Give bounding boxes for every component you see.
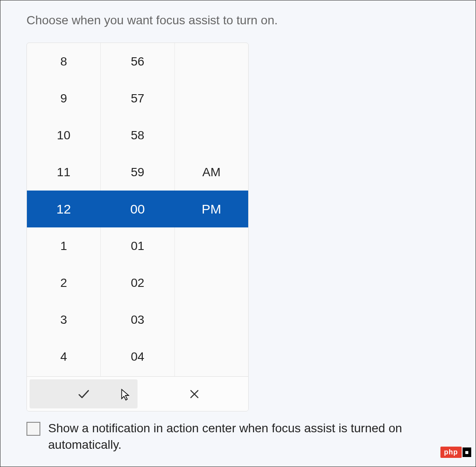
period-empty (175, 80, 248, 117)
hour-option[interactable]: 12 (27, 191, 100, 227)
period-empty (175, 338, 248, 375)
cursor-icon (121, 388, 131, 401)
period-empty (175, 227, 248, 264)
cancel-button[interactable] (140, 377, 248, 411)
watermark-badge: php (440, 447, 461, 458)
hour-option[interactable]: 8 (27, 43, 100, 80)
page-heading: Choose when you want focus assist to tur… (26, 13, 450, 27)
hour-column[interactable]: 891011121234 (27, 43, 101, 376)
period-empty (175, 264, 248, 301)
period-option-pm[interactable]: PM (175, 191, 248, 227)
hour-option[interactable]: 2 (27, 264, 100, 301)
period-empty (175, 117, 248, 154)
check-icon (77, 387, 91, 401)
period-column[interactable]: AM PM (175, 43, 248, 376)
minute-option[interactable]: 01 (101, 227, 174, 264)
notification-checkbox-label: Show a notification in action center whe… (48, 420, 450, 453)
watermark: php ■ (440, 447, 471, 458)
minute-option[interactable]: 56 (101, 43, 174, 80)
minute-option[interactable]: 03 (101, 301, 174, 338)
picker-action-bar (27, 376, 248, 411)
minute-option[interactable]: 04 (101, 338, 174, 375)
hour-option[interactable]: 11 (27, 154, 100, 191)
watermark-tail: ■ (463, 447, 471, 457)
period-option-am[interactable]: AM (175, 154, 248, 191)
hour-option[interactable]: 10 (27, 117, 100, 154)
hour-option[interactable]: 4 (27, 338, 100, 375)
minute-option[interactable]: 57 (101, 80, 174, 117)
minute-option[interactable]: 00 (101, 191, 174, 227)
notification-checkbox-row: Show a notification in action center whe… (26, 420, 450, 453)
notification-checkbox[interactable] (26, 422, 40, 436)
close-icon (188, 388, 200, 400)
minute-column[interactable]: 565758590001020304 (101, 43, 174, 376)
period-empty (175, 43, 248, 80)
minute-option[interactable]: 58 (101, 117, 174, 154)
minute-option[interactable]: 02 (101, 264, 174, 301)
hour-option[interactable]: 3 (27, 301, 100, 338)
time-picker-columns: 891011121234 565758590001020304 AM PM (27, 43, 248, 376)
hour-option[interactable]: 1 (27, 227, 100, 264)
hour-option[interactable]: 9 (27, 80, 100, 117)
confirm-button[interactable] (30, 379, 138, 408)
minute-option[interactable]: 59 (101, 154, 174, 191)
period-empty (175, 301, 248, 338)
time-picker: 891011121234 565758590001020304 AM PM (26, 43, 249, 411)
